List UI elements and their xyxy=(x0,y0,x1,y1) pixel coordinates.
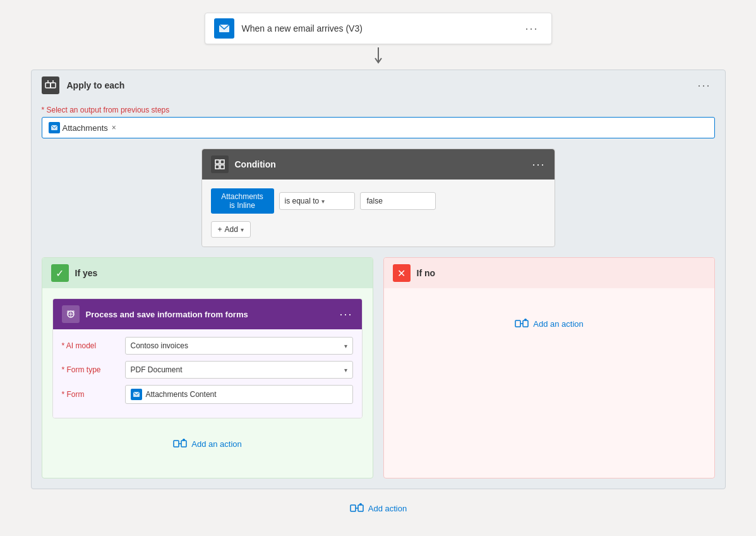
trigger-more-button[interactable]: ··· xyxy=(521,21,542,35)
form-row: * Form xyxy=(62,385,353,404)
process-block: Process and save information from forms … xyxy=(52,298,363,418)
add-chevron-icon: ▾ xyxy=(241,226,244,233)
add-action-no-button[interactable]: Add an action xyxy=(514,317,584,330)
svg-rect-28 xyxy=(358,505,363,511)
trigger-title: When a new email arrives (V3) xyxy=(242,23,514,34)
condition-row: Attachments is Inline is equal to ▾ fals… xyxy=(211,188,546,214)
if-no-header: ✕ If no xyxy=(384,258,714,288)
no-x-icon: ✕ xyxy=(393,264,411,282)
svg-point-13 xyxy=(72,310,75,313)
svg-rect-10 xyxy=(220,165,224,169)
apply-each-title: Apply to each xyxy=(67,80,687,90)
apply-each-more-button[interactable]: ··· xyxy=(693,78,714,92)
form-type-chevron-icon: ▾ xyxy=(344,367,347,374)
bottom-add-action-container: Add action xyxy=(349,502,407,533)
plus-icon: + xyxy=(218,225,222,234)
svg-rect-9 xyxy=(215,165,219,169)
svg-rect-17 xyxy=(174,441,179,447)
ai-model-value: Contoso invoices xyxy=(131,341,188,350)
condition-add-button[interactable]: + Add ▾ xyxy=(211,221,251,238)
ai-model-label: * AI model xyxy=(62,341,119,350)
select-output-label: * Select an output from previous steps xyxy=(42,106,715,114)
svg-rect-22 xyxy=(515,320,520,327)
trigger-icon xyxy=(214,18,234,39)
add-action-bottom-button[interactable]: Add action xyxy=(349,502,407,515)
svg-rect-3 xyxy=(51,83,56,88)
process-more-button[interactable]: ··· xyxy=(339,308,352,321)
yes-no-row: ✓ If yes xyxy=(42,257,715,478)
svg-rect-7 xyxy=(215,160,219,164)
form-type-value: PDF Document xyxy=(131,365,183,374)
add-label: Add xyxy=(225,225,238,234)
condition-left-value: Attachments is Inline xyxy=(211,188,274,214)
form-tag-email-icon xyxy=(131,389,142,400)
condition-wrapper: Condition ··· Attachments is Inline is e… xyxy=(42,149,715,478)
condition-title: Condition xyxy=(235,159,526,169)
svg-rect-18 xyxy=(181,441,186,447)
add-action-no-icon xyxy=(514,317,529,330)
svg-point-12 xyxy=(67,310,69,313)
ai-model-select[interactable]: Contoso invoices ▾ xyxy=(125,337,353,355)
if-no-body: Add an action xyxy=(384,288,714,346)
condition-block: Condition ··· Attachments is Inline is e… xyxy=(201,149,555,247)
add-action-yes-container: Add an action xyxy=(52,418,363,456)
attachments-tag: Attachments × xyxy=(49,122,116,133)
if-yes-body: Process and save information from forms … xyxy=(42,288,373,466)
add-action-yes-label: Add an action xyxy=(191,439,242,449)
svg-rect-2 xyxy=(45,83,51,88)
if-no-panel: ✕ If no xyxy=(383,257,715,478)
condition-icon xyxy=(211,155,229,173)
apply-each-container: Apply to each ··· * Select an output fro… xyxy=(31,70,726,489)
add-action-yes-button[interactable]: Add an action xyxy=(172,437,242,450)
add-action-yes-icon xyxy=(172,437,188,450)
svg-rect-8 xyxy=(220,160,224,164)
condition-header: Condition ··· xyxy=(202,149,555,180)
condition-value-input[interactable]: false xyxy=(360,192,436,210)
process-body: * AI model Contoso invoices ▾ * Form typ… xyxy=(53,329,362,418)
form-type-label: * Form type xyxy=(62,365,119,374)
if-no-title: If no xyxy=(417,268,436,278)
add-action-no-label: Add an action xyxy=(533,319,584,329)
condition-body: Attachments is Inline is equal to ▾ fals… xyxy=(202,180,555,247)
apply-each-header: Apply to each ··· xyxy=(32,70,725,100)
process-header: Process and save information from forms … xyxy=(53,299,362,329)
operator-chevron-icon: ▾ xyxy=(321,198,325,205)
if-yes-title: If yes xyxy=(75,268,98,278)
form-type-select[interactable]: PDF Document ▾ xyxy=(125,361,353,379)
arrow-down xyxy=(372,44,385,70)
tag-close-button[interactable]: × xyxy=(112,123,116,132)
add-action-bottom-icon xyxy=(349,502,364,515)
form-tag-text: Attachments Content xyxy=(146,390,217,399)
form-input[interactable]: Attachments Content xyxy=(125,385,353,404)
apply-each-body: * Select an output from previous steps A… xyxy=(32,100,725,489)
process-title: Process and save information from forms xyxy=(86,310,333,319)
tag-email-icon xyxy=(49,122,60,133)
output-field: Attachments × xyxy=(42,117,715,138)
ai-model-row: * AI model Contoso invoices ▾ xyxy=(62,337,353,355)
svg-rect-23 xyxy=(523,320,528,327)
if-yes-panel: ✓ If yes xyxy=(42,257,373,478)
add-action-bottom-label: Add action xyxy=(368,504,407,513)
trigger-block: When a new email arrives (V3) ··· xyxy=(205,13,552,44)
ai-model-chevron-icon: ▾ xyxy=(344,343,347,350)
condition-operator-select[interactable]: is equal to ▾ xyxy=(279,192,355,210)
process-ai-icon xyxy=(62,305,80,323)
yes-check-icon: ✓ xyxy=(51,264,69,282)
if-yes-header: ✓ If yes xyxy=(42,258,373,288)
attachments-tag-text: Attachments xyxy=(63,123,108,133)
form-label: * Form xyxy=(62,390,119,399)
condition-operator-label: is equal to xyxy=(285,197,320,205)
svg-rect-27 xyxy=(351,505,356,511)
condition-more-button[interactable]: ··· xyxy=(532,158,545,171)
form-type-row: * Form type PDF Document ▾ xyxy=(62,361,353,379)
add-action-no-container: Add an action xyxy=(394,298,704,336)
loop-icon xyxy=(42,76,59,94)
